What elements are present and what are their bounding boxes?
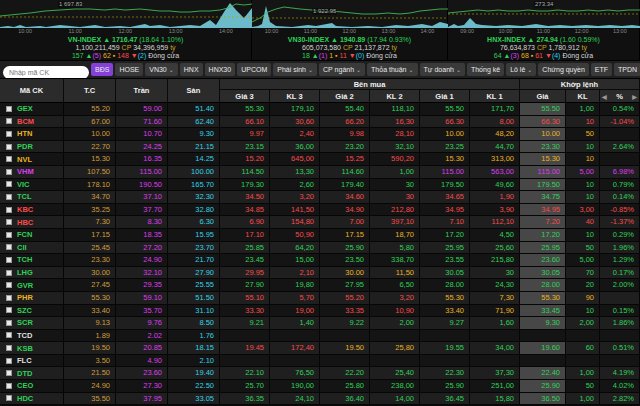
ticker-symbol[interactable]: HTN: [17, 129, 32, 138]
ticker-symbol[interactable]: BCM: [17, 117, 34, 126]
bid-vol1-cell: 37,30: [470, 367, 520, 379]
ticker-symbol[interactable]: GVR: [17, 281, 33, 290]
ticker-symbol[interactable]: PHR: [17, 293, 33, 302]
index-info: VN-INDEX ▲ 1716.47 (18.64 1.10%)1,100,21…: [0, 36, 251, 60]
row-checkbox[interactable]: [6, 320, 12, 326]
row-checkbox[interactable]: [6, 270, 12, 276]
tab-phái-sinh[interactable]: Phái sinh⌄: [273, 63, 317, 76]
tab-vn30[interactable]: VN30⌄: [145, 63, 178, 76]
tab-thỏa-thuận[interactable]: Thỏa thuận⌄: [367, 63, 417, 76]
row-checkbox[interactable]: [6, 156, 12, 162]
ticker-symbol[interactable]: TCD: [17, 331, 32, 340]
row-checkbox[interactable]: [6, 144, 12, 150]
bid-price2-cell: 19.50: [320, 342, 370, 354]
row-checkbox[interactable]: [6, 383, 12, 389]
ceiling-price-cell: 190.50: [116, 179, 168, 191]
row-checkbox[interactable]: [6, 194, 12, 200]
row-checkbox[interactable]: [6, 370, 12, 376]
tab-cp-ngành[interactable]: CP ngành⌄: [319, 63, 365, 76]
tab-lô-lẻ[interactable]: Lô lẻ⌄: [506, 63, 536, 76]
matched-vol-cell: 60: [566, 342, 600, 354]
ticker-symbol[interactable]: GEX: [17, 104, 33, 113]
index-headline: VN-INDEX ▲ 1716.47 (18.64 1.10%): [0, 36, 251, 44]
floor-price-cell: 32.30: [168, 191, 220, 203]
ref-price-cell: 17.15: [64, 229, 116, 241]
ceiling-price-cell: 18.35: [116, 229, 168, 241]
tab-thống-kê[interactable]: Thống kê: [467, 63, 504, 76]
ref-price-cell: 107.50: [64, 166, 116, 178]
row-checkbox[interactable]: [6, 345, 12, 351]
row-checkbox[interactable]: [6, 307, 12, 313]
tab-upcom[interactable]: UPCOM: [237, 63, 271, 76]
ticker-symbol[interactable]: SCR: [17, 318, 33, 327]
tab-tự-doanh[interactable]: Tự doanh⌄: [420, 63, 465, 76]
ticker-symbol[interactable]: TCL: [17, 192, 32, 201]
tab-tpdn[interactable]: TPDN: [614, 63, 640, 76]
row-checkbox[interactable]: [6, 257, 12, 263]
ticker-symbol[interactable]: HBC: [17, 218, 33, 227]
col-header-kl2: KL 2: [370, 90, 420, 103]
tab-chứng-quyền[interactable]: Chứng quyền: [538, 63, 588, 76]
row-checkbox[interactable]: [6, 295, 12, 301]
col-header-tran: Trần: [116, 79, 168, 102]
matched-vol-cell: 3,00: [566, 204, 600, 216]
ticker-symbol[interactable]: PDR: [17, 142, 33, 151]
row-checkbox[interactable]: [6, 358, 12, 364]
market-breadth: 18 ▲(1) 1 ▪ 11 ▼(0) Đóng cửa: [252, 52, 447, 60]
row-checkbox[interactable]: [6, 232, 12, 238]
row-checkbox[interactable]: [6, 332, 12, 338]
ticker-symbol[interactable]: FCN: [17, 230, 32, 239]
ticker-symbol[interactable]: VIC: [17, 180, 30, 189]
ticker-symbol[interactable]: LHG: [17, 268, 33, 277]
search-input[interactable]: [3, 66, 89, 79]
floor-price-cell: 6.30: [168, 216, 220, 228]
row-checkbox[interactable]: [6, 106, 12, 112]
ticker-symbol[interactable]: TCH: [17, 255, 32, 264]
ticker-symbol[interactable]: HDC: [17, 394, 33, 403]
ticker-cell: CII: [0, 242, 64, 254]
ticker-symbol[interactable]: CII: [17, 243, 27, 252]
bid-vol2-cell: 238,00: [370, 380, 420, 392]
row-checkbox[interactable]: [6, 118, 12, 124]
ticker-cell: CEO: [0, 380, 64, 392]
row-checkbox[interactable]: [6, 219, 12, 225]
bid-price3-cell: 66.10: [220, 116, 270, 128]
row-checkbox[interactable]: [6, 244, 12, 250]
buy-group-cols: Giá 3KL 3Giá 2KL 2Giá 1KL 1: [220, 90, 520, 103]
bid-price2-cell: 25.80: [320, 380, 370, 392]
matched-price-cell: 115.00: [520, 166, 566, 178]
ticker-symbol[interactable]: NVL: [17, 155, 32, 164]
scroll-left-icon[interactable]: ◀: [602, 93, 607, 100]
ref-price-cell: 55.20: [64, 103, 116, 115]
bid-price3-cell: 15.20: [220, 153, 270, 165]
matched-vol-cell: [566, 355, 600, 367]
change-pct-cell: -0.85%: [600, 204, 640, 216]
tab-hose[interactable]: HOSE: [115, 63, 143, 76]
row-checkbox[interactable]: [6, 395, 12, 401]
row-checkbox[interactable]: [6, 131, 12, 137]
tab-etf[interactable]: ETF: [591, 63, 612, 76]
row-checkbox[interactable]: [6, 207, 12, 213]
ticker-symbol[interactable]: KSB: [17, 344, 33, 353]
row-checkbox[interactable]: [6, 169, 12, 175]
ticker-symbol[interactable]: FLC: [17, 356, 32, 365]
session-status: Đóng cửa: [148, 52, 179, 59]
index-change: (17.94 0.93%): [367, 36, 411, 43]
row-checkbox[interactable]: [6, 282, 12, 288]
tab-bđs[interactable]: BĐS: [91, 63, 113, 76]
ticker-symbol[interactable]: CEO: [17, 381, 33, 390]
ticker-symbol[interactable]: VHM: [17, 167, 34, 176]
bid-price1-cell: 25.90: [420, 380, 470, 392]
bid-price1-cell: 23.25: [420, 141, 470, 153]
scroll-right-icon[interactable]: ▶: [632, 93, 637, 100]
row-checkbox[interactable]: [6, 181, 12, 187]
ticker-symbol[interactable]: DTD: [17, 369, 32, 378]
ticker-symbol[interactable]: KBC: [17, 205, 33, 214]
tab-hnx[interactable]: HNX: [180, 63, 203, 76]
bid-vol2-cell: 590,20: [370, 153, 420, 165]
bid-vol1-cell: 44,70: [470, 141, 520, 153]
floor-price-cell: 33.05: [168, 393, 220, 405]
ticker-symbol[interactable]: SZC: [17, 306, 32, 315]
bid-price2-cell: 23.20: [320, 141, 370, 153]
tab-hnx30[interactable]: HNX30: [205, 63, 236, 76]
